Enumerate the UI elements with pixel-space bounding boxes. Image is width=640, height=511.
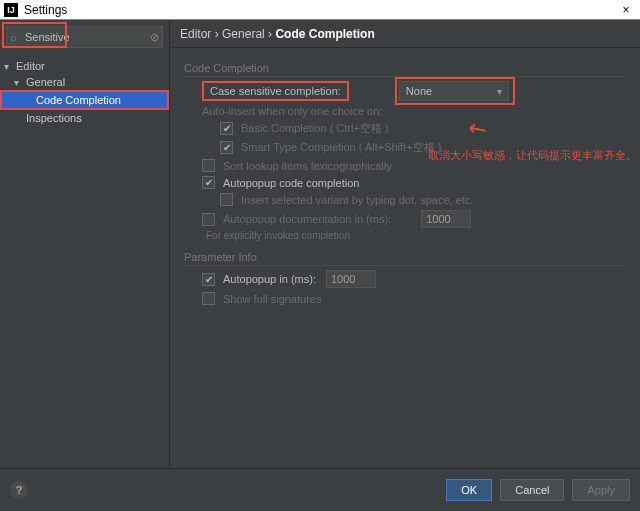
dialog-footer: ? OK Cancel Apply	[0, 468, 640, 510]
app-icon: IJ	[4, 3, 18, 17]
label-auto-insert: Auto-insert when only one choice on:	[202, 105, 626, 117]
label-case-sensitive: Case sensitive completion:	[210, 85, 341, 97]
breadcrumb-part: General	[222, 27, 265, 41]
chevron-down-icon: ▾	[497, 86, 502, 97]
tree-item-inspections[interactable]: Inspections	[0, 110, 169, 126]
label-basic-completion: Basic Completion ( Ctrl+空格 )	[241, 121, 389, 136]
checkbox-autopopup-code[interactable]	[202, 176, 215, 189]
breadcrumb-part: Editor	[180, 27, 211, 41]
settings-tree: ▾ Editor ▾ General Code Completion Inspe…	[0, 54, 169, 126]
tree-item-general[interactable]: ▾ General	[0, 74, 169, 90]
titlebar: IJ Settings ×	[0, 0, 640, 20]
tree-item-editor[interactable]: ▾ Editor	[0, 58, 169, 74]
ok-button[interactable]: OK	[446, 479, 492, 501]
tree-label: General	[26, 76, 65, 88]
sidebar: ⌕ ⊘ ▾ Editor ▾ General Code Completion I…	[0, 20, 170, 468]
breadcrumb: Editor › General › Code Completion	[170, 20, 640, 48]
content-panel: Editor › General › Code Completion Code …	[170, 20, 640, 468]
checkbox-autopopup-in[interactable]	[202, 273, 215, 286]
chevron-down-icon: ▾	[4, 61, 16, 72]
search-wrap: ⌕ ⊘	[0, 20, 169, 54]
label-smart-completion: Smart Type Completion ( Alt+Shift+空格 )	[241, 140, 441, 155]
search-icon: ⌕	[10, 31, 17, 43]
tree-label: Inspections	[26, 112, 82, 124]
hint-autopopup-doc: For explicitly invoked completion	[206, 230, 626, 241]
search-input[interactable]	[6, 26, 163, 48]
tree-label: Editor	[16, 60, 45, 72]
input-autopopup-in-ms[interactable]	[326, 270, 376, 288]
case-sensitive-dropdown[interactable]: None ▾	[399, 81, 509, 101]
checkbox-show-signatures[interactable]	[202, 292, 215, 305]
label-autopopup-code: Autopopup code completion	[223, 177, 359, 189]
window-title: Settings	[24, 3, 616, 17]
label-autopopup-doc: Autopopup documentation in (ms):	[223, 213, 391, 225]
label-show-signatures: Show full signatures	[223, 293, 321, 305]
breadcrumb-current: Code Completion	[275, 27, 374, 41]
section-code-completion: Code Completion	[184, 62, 626, 77]
tree-item-code-completion[interactable]: Code Completion	[0, 90, 169, 110]
checkbox-smart-completion[interactable]	[220, 141, 233, 154]
cancel-button[interactable]: Cancel	[500, 479, 564, 501]
tree-label: Code Completion	[36, 94, 121, 106]
help-icon[interactable]: ?	[10, 481, 28, 499]
clear-search-icon[interactable]: ⊘	[150, 31, 159, 44]
chevron-down-icon: ▾	[14, 77, 26, 88]
label-sort-lex: Sort lookup items lexicographically	[223, 160, 392, 172]
section-parameter-info: Parameter Info	[184, 251, 626, 266]
input-autopopup-doc-ms[interactable]	[421, 210, 471, 228]
annotation-frame-case-sensitive: Case sensitive completion:	[202, 81, 349, 101]
dropdown-value: None	[406, 85, 432, 97]
checkbox-sort-lex[interactable]	[202, 159, 215, 172]
label-autopopup-in: Autopopup in (ms):	[223, 273, 316, 285]
label-insert-variant: Insert selected variant by typing dot, s…	[241, 194, 473, 206]
checkbox-autopopup-doc[interactable]	[202, 213, 215, 226]
checkbox-basic-completion[interactable]	[220, 122, 233, 135]
close-icon[interactable]: ×	[616, 3, 636, 17]
checkbox-insert-variant[interactable]	[220, 193, 233, 206]
apply-button[interactable]: Apply	[572, 479, 630, 501]
